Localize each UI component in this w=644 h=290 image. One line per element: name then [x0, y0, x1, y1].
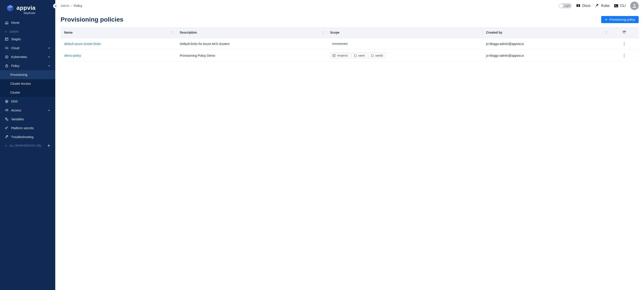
sidebar-item-access[interactable]: Access: [0, 106, 55, 115]
svg-rect-18: [333, 54, 335, 57]
sidebar-item-kubernetes[interactable]: Kubernetes: [0, 52, 55, 61]
svg-point-14: [634, 4, 635, 6]
sidebar-item-cluster[interactable]: Cluster: [0, 88, 55, 97]
sidebar-item-stages[interactable]: Stages: [0, 35, 55, 44]
sidebar-item-label: Access: [11, 109, 21, 112]
policy-name-link[interactable]: demo-policy: [64, 54, 81, 57]
docs-link[interactable]: Docs: [576, 4, 590, 8]
scope-tag: nonprod: [330, 53, 350, 58]
docs-label: Docs: [582, 4, 590, 8]
breadcrumb: Admin / Policy: [60, 4, 82, 7]
sidebar-nav: Home ADMIN Stages Cloud Kubernetes: [0, 18, 55, 290]
plus-icon: [605, 18, 608, 21]
page-header: Provisioning policies Provisioning polic…: [60, 16, 639, 23]
stage-icon: [332, 54, 336, 57]
sidebar-item-cluster-access[interactable]: Cluster Access: [0, 79, 55, 88]
more-vertical-icon: [624, 54, 624, 57]
sidebar-item-variables[interactable]: Variables: [0, 115, 55, 124]
chevron-right-icon: [5, 145, 7, 147]
svg-point-16: [624, 43, 624, 44]
refresh-button[interactable]: [622, 30, 626, 34]
sidebar-item-platform-secrets[interactable]: Platform secrets: [0, 124, 55, 133]
sidebar-item-provisioning[interactable]: Provisioning: [0, 70, 55, 79]
policy-created-by: jo-bloggs-admin@appvia.io: [483, 50, 610, 62]
brand[interactable]: appvia Wayfinder: [0, 0, 55, 18]
folder-icon: [371, 54, 374, 57]
users-icon: [5, 109, 8, 112]
sidebar-section-admin[interactable]: ADMIN: [0, 27, 55, 35]
sidebar-item-label: Home: [11, 21, 20, 24]
breadcrumb-policy: Policy: [74, 4, 82, 7]
chevron-down-icon: [48, 56, 50, 58]
workspaces-label: ALL WORKSPACES (45): [9, 144, 42, 147]
policy-scope: nonprodsandsand2: [326, 50, 482, 62]
svg-point-20: [624, 55, 624, 56]
column-label: Name: [64, 31, 73, 34]
sidebar-item-label: Cluster Access: [10, 82, 31, 85]
theme-label: Light: [564, 4, 570, 7]
add-workspace-button[interactable]: [47, 144, 50, 147]
button-label: Provisioning policy: [609, 18, 635, 21]
scope-tag: sand2: [368, 53, 386, 58]
kube-link[interactable]: Kube: [595, 4, 610, 8]
terminal-icon: [614, 4, 618, 8]
policy-scope: Unrestricted: [326, 38, 482, 50]
policies-table: Name Description Scope: [60, 27, 639, 62]
variables-icon: [5, 118, 8, 121]
column-header-created-by[interactable]: Created by: [483, 27, 610, 38]
sidebar-item-label: Platform secrets: [11, 126, 34, 130]
chevron-up-icon: [48, 64, 50, 67]
column-header-name[interactable]: Name: [60, 27, 176, 38]
brand-name: appvia: [16, 5, 36, 11]
breadcrumb-admin[interactable]: Admin: [60, 4, 70, 7]
svg-point-12: [5, 128, 7, 129]
main-area: Admin / Policy Light Docs Kube CLI: [55, 0, 644, 290]
column-label: Description: [180, 31, 197, 34]
sidebar-item-label: Cluster: [10, 91, 20, 94]
new-provisioning-policy-button[interactable]: Provisioning policy: [601, 16, 639, 23]
book-icon: [576, 4, 580, 8]
sidebar-section-label: ADMIN: [9, 30, 18, 33]
column-header-scope: Scope: [326, 27, 482, 38]
svg-rect-6: [6, 66, 8, 67]
svg-rect-3: [5, 38, 8, 40]
cli-link[interactable]: CLI: [614, 4, 626, 8]
sidebar-item-label: Variables: [11, 118, 24, 121]
sidebar: appvia Wayfinder Home ADMIN Stages Cloud: [0, 0, 55, 290]
policy-name-link[interactable]: default-azure-cluster-limits: [64, 42, 101, 46]
sidebar-item-policy[interactable]: Policy: [0, 61, 55, 70]
theme-toggle[interactable]: Light: [559, 3, 572, 8]
column-header-description[interactable]: Description: [176, 27, 326, 38]
row-actions-button[interactable]: [622, 53, 627, 58]
user-avatar[interactable]: [630, 1, 639, 10]
column-label: Scope: [330, 31, 340, 34]
sidebar-section-workspaces[interactable]: ALL WORKSPACES (45): [0, 142, 55, 150]
brand-subtitle: Wayfinder: [16, 11, 36, 15]
kube-label: Kube: [601, 4, 610, 8]
cli-label: CLI: [620, 4, 626, 8]
sidebar-item-cloud[interactable]: Cloud: [0, 44, 55, 52]
scope-tag-label: sand: [358, 54, 364, 57]
sidebar-item-label: Provisioning: [10, 73, 27, 77]
svg-point-19: [624, 54, 624, 54]
sidebar-item-label: Policy: [11, 64, 20, 68]
sidebar-item-home[interactable]: Home: [0, 18, 55, 27]
sidebar-item-label: Kubernetes: [11, 55, 27, 59]
chevron-left-double-icon: [54, 5, 57, 7]
svg-point-8: [6, 109, 7, 110]
topbar: Admin / Policy Light Docs Kube CLI: [55, 0, 644, 11]
svg-point-15: [624, 42, 624, 43]
policy-created-by: jo-bloggs-admin@appvia.io: [483, 38, 610, 50]
svg-marker-4: [5, 55, 8, 58]
svg-point-21: [624, 56, 624, 57]
sidebar-item-troubleshooting[interactable]: Troubleshooting: [0, 133, 55, 142]
collapse-sidebar-button[interactable]: [53, 3, 58, 8]
svg-rect-11: [7, 120, 8, 121]
sidebar-item-dns[interactable]: DNS: [0, 97, 55, 106]
sort-icon: [605, 31, 608, 34]
page-title: Provisioning policies: [60, 16, 124, 23]
chevron-down-icon: [48, 109, 50, 112]
sidebar-item-label: Cloud: [11, 46, 20, 50]
key-icon: [5, 126, 8, 130]
row-actions-button[interactable]: [622, 41, 627, 46]
